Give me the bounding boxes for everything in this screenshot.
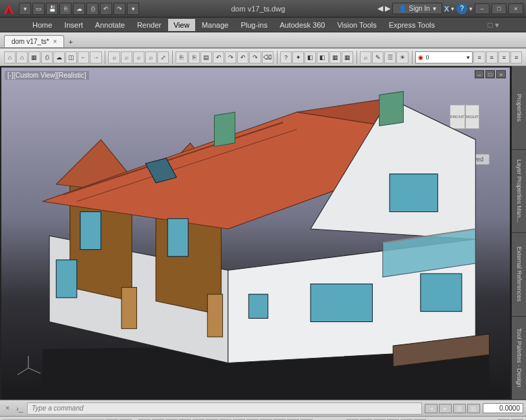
menu-render[interactable]: Render [132, 19, 167, 31]
layout-next-icon[interactable]: ► [439, 404, 452, 413]
menu-express-tools[interactable]: Express Tools [384, 19, 440, 31]
file-tab-close-icon[interactable]: × [53, 38, 57, 45]
tb-edit-8[interactable]: ⌫ [262, 51, 273, 63]
tb-btn-8[interactable]: → [90, 51, 101, 63]
svg-line-30 [18, 368, 28, 375]
close-button[interactable]: × [508, 3, 523, 14]
tb-zoom-4[interactable]: ⌕ [145, 51, 157, 63]
menu-output-icon[interactable]: □ ▾ [488, 20, 499, 30]
layer-chevron-icon: ▾ [467, 54, 470, 61]
tb-help-3[interactable]: ◧ [305, 51, 316, 63]
tb-help-4[interactable]: ◧ [317, 51, 328, 63]
file-tab-label: dom v17_ts* [11, 38, 49, 45]
tb-zoom-3[interactable]: ⌕ [133, 51, 144, 63]
tb-layer-3[interactable]: ≡ [498, 51, 510, 63]
main-toolbar: ⌂ ⌂ ▦ ⎙ ☁ ◫ ← → ⌕ ⌕ ⌕ ⌕ ⤢ ⎘ ⎘ ▤ ↶ ↷ ↶ ↷ … [0, 49, 526, 66]
tb-zoom-1[interactable]: ⌕ [108, 51, 120, 63]
svg-rect-27 [56, 260, 77, 298]
menu-home[interactable]: Home [27, 19, 57, 31]
help-icon[interactable]: ? [456, 3, 467, 14]
menu-view[interactable]: View [168, 19, 195, 31]
svg-rect-18 [122, 288, 136, 329]
menu-plugins[interactable]: Plug-ins [235, 19, 273, 31]
qat-open-icon[interactable]: ▭ [32, 3, 45, 15]
qat-undo-icon[interactable]: ↶ [100, 3, 112, 15]
command-input[interactable] [27, 402, 422, 415]
qat-saveas-icon[interactable]: ⎘ [59, 3, 72, 15]
qat-more-icon[interactable]: ▾ [127, 3, 139, 15]
statusbar: 1066.4324, -521.5920 , 0.0000 ⊕ ▦ ▦ ▦ ◉ … [0, 416, 526, 420]
tb-edit-1[interactable]: ⎘ [176, 51, 187, 63]
tb-edit-3[interactable]: ▤ [201, 51, 212, 63]
tb-edit-2[interactable]: ⎘ [188, 51, 200, 63]
maximize-button[interactable]: □ [492, 3, 506, 14]
svg-rect-19 [207, 294, 222, 337]
exchange-chevron-icon[interactable]: ▾ [451, 5, 454, 12]
tb-help-2[interactable]: ✦ [292, 51, 304, 63]
menu-annotate[interactable]: Annotate [90, 19, 130, 31]
tb-edit-6[interactable]: ↶ [237, 51, 248, 63]
coord-readout: 0.0000 [483, 403, 523, 413]
cmd-close-icon[interactable]: × [3, 404, 12, 413]
panel-layer-properties[interactable]: Layer Properties Man... [512, 150, 526, 234]
command-bar: × ›_ ◄ ► ▦ ▦ 0.0000 [0, 400, 526, 416]
house-model [8, 74, 503, 397]
tb-edit-4[interactable]: ↶ [213, 51, 224, 63]
quick-access-toolbar: ▾ ▭ 💾 ⎘ ☁ ⎙ ↶ ↷ ▾ [19, 3, 139, 15]
titlebar-right: ◀ ▶ 👤 Sign In ▾ X ▾ ? ▾ – □ × [377, 3, 523, 14]
layer-name: 0 [426, 54, 429, 61]
tb-btn-5[interactable]: ☁ [53, 51, 65, 63]
panel-tool-palettes[interactable]: Tool Palettes - Design [512, 317, 526, 400]
tb-help-6[interactable]: ▦ [342, 51, 353, 63]
layout-model-icon[interactable]: ▦ [453, 404, 466, 413]
tb-view-1[interactable]: ⌕ [360, 51, 371, 63]
tb-view-3[interactable]: ☰ [384, 51, 396, 63]
tb-help-1[interactable]: ? [280, 51, 292, 63]
layer-combo[interactable]: ◉ 0 ▾ [415, 51, 473, 63]
tb-view-4[interactable]: ☀ [396, 51, 408, 63]
menu-insert[interactable]: Insert [59, 19, 88, 31]
menu-manage[interactable]: Manage [196, 19, 234, 31]
svg-marker-15 [379, 91, 404, 126]
panel-properties[interactable]: Properties [512, 66, 526, 150]
search-nav-right-icon[interactable]: ▶ [385, 4, 390, 13]
qat-cloud-icon[interactable]: ☁ [73, 3, 85, 15]
tb-btn-3[interactable]: ▦ [28, 51, 40, 63]
svg-rect-22 [421, 273, 462, 311]
file-tab[interactable]: dom v17_ts* × [4, 35, 64, 47]
menu-vision-tools[interactable]: Vision Tools [332, 19, 382, 31]
svg-rect-20 [248, 294, 268, 319]
tb-zoom-2[interactable]: ⌕ [121, 51, 132, 63]
tb-edit-5[interactable]: ↷ [225, 51, 236, 63]
new-tab-button[interactable]: + [64, 36, 76, 47]
sign-in-button[interactable]: 👤 Sign In ▾ [392, 3, 442, 14]
viewport[interactable]: [-][Custom View][Realistic] – □ × FRONT … [0, 66, 511, 400]
qat-redo-icon[interactable]: ↷ [113, 3, 126, 15]
tb-btn-2[interactable]: ⌂ [16, 51, 28, 63]
tb-btn-1[interactable]: ⌂ [4, 51, 16, 63]
tb-pan[interactable]: ⤢ [157, 51, 169, 63]
tb-btn-7[interactable]: ← [78, 51, 89, 63]
tb-btn-6[interactable]: ◫ [65, 51, 77, 63]
tb-layer-4[interactable]: ≡ [510, 51, 522, 63]
tb-btn-4[interactable]: ⎙ [41, 51, 53, 63]
file-tabbar: dom v17_ts* × + [0, 32, 526, 49]
help-chevron-icon[interactable]: ▾ [469, 5, 473, 12]
minimize-button[interactable]: – [475, 3, 490, 14]
side-panel-tabs: Properties Layer Properties Man... Exter… [511, 66, 526, 400]
tb-layer-1[interactable]: ≡ [473, 51, 485, 63]
tb-view-2[interactable]: ✎ [372, 51, 384, 63]
qat-save-icon[interactable]: 💾 [46, 3, 58, 15]
menu-autodesk360[interactable]: Autodesk 360 [274, 19, 330, 31]
qat-plot-icon[interactable]: ⎙ [86, 3, 99, 15]
panel-external-references[interactable]: External References [512, 233, 526, 317]
search-nav-left-icon[interactable]: ◀ [377, 4, 383, 13]
svg-rect-16 [80, 212, 101, 250]
layout-sheet-icon[interactable]: ▦ [467, 404, 480, 413]
tb-help-5[interactable]: ▦ [330, 51, 341, 63]
qat-new-icon[interactable]: ▾ [19, 3, 31, 15]
tb-edit-7[interactable]: ↷ [249, 51, 261, 63]
tb-layer-2[interactable]: ≡ [486, 51, 498, 63]
layout-prev-icon[interactable]: ◄ [425, 404, 438, 413]
exchange-icon[interactable]: X [444, 5, 449, 13]
